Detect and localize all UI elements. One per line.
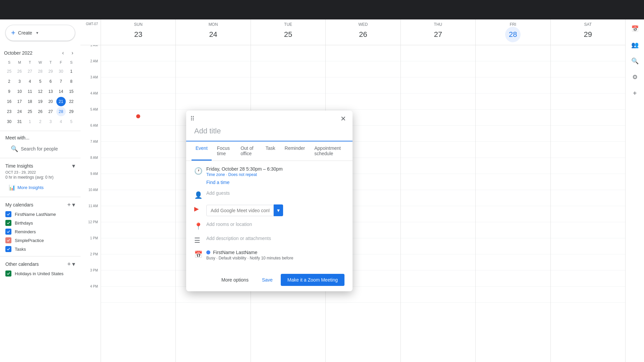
more-insights-button[interactable]: 📊 More Insights [5, 182, 75, 193]
tab-focus-time[interactable]: Focus time [213, 141, 235, 161]
mini-cal-day[interactable]: 6 [46, 77, 55, 86]
calendar-checkbox[interactable] [5, 237, 11, 243]
mini-cal-day[interactable]: 7 [56, 77, 66, 86]
mini-cal-day[interactable]: 9 [4, 87, 14, 96]
calendar-checkbox[interactable] [5, 246, 11, 252]
day-header-sun[interactable]: SUN 23 [101, 19, 175, 45]
mini-cal-day[interactable]: 31 [15, 117, 24, 126]
search-people-row[interactable]: 🔍 Search for people [5, 142, 75, 155]
add-location-placeholder[interactable]: Add rooms or location [206, 222, 344, 227]
mini-cal-next[interactable]: › [68, 49, 76, 57]
mini-cal-day[interactable]: 2 [4, 77, 14, 86]
mini-cal-day[interactable]: 14 [56, 87, 66, 96]
day-header-sat[interactable]: SAT 29 [550, 19, 625, 45]
other-calendars-collapse-button[interactable]: ▾ [72, 260, 75, 268]
find-time-link[interactable]: Find a time [206, 180, 344, 185]
day-number[interactable]: 23 [130, 27, 146, 42]
day-column-fri[interactable] [475, 45, 550, 362]
mini-cal-day[interactable]: 11 [25, 87, 35, 96]
event-indicator-dot[interactable] [136, 114, 140, 118]
other-calendar-item[interactable]: Holidays in United States [5, 269, 75, 278]
tab-event[interactable]: Event [192, 141, 212, 161]
mini-cal-day[interactable]: 15 [67, 87, 76, 96]
my-calendar-item[interactable]: Tasks [5, 245, 75, 253]
mini-cal-day[interactable]: 4 [25, 77, 35, 86]
day-number[interactable]: 27 [430, 27, 446, 42]
mini-cal-day[interactable]: 26 [36, 107, 45, 116]
mini-cal-prev[interactable]: ‹ [59, 49, 67, 57]
mini-cal-day[interactable]: 26 [15, 67, 24, 76]
tab-appointment-schedule[interactable]: Appointment schedule [310, 141, 347, 161]
my-calendar-item[interactable]: Birthdays [5, 219, 75, 227]
mini-cal-day[interactable]: 23 [4, 107, 14, 116]
mini-cal-day[interactable]: 2 [36, 117, 45, 126]
people-right-icon[interactable]: 👥 [628, 38, 642, 52]
calendar-checkbox[interactable] [5, 211, 11, 217]
my-calendar-item[interactable]: Reminders [5, 227, 75, 236]
day-header-wed[interactable]: WED 26 [325, 19, 400, 45]
calendar-selector[interactable]: FirstName LastName [206, 250, 344, 255]
mini-cal-day[interactable]: 25 [25, 107, 35, 116]
mini-cal-day[interactable]: 3 [15, 77, 24, 86]
zoom-meeting-button[interactable]: Make it a Zoom Meeting [281, 274, 344, 286]
mini-cal-day[interactable]: 1 [67, 67, 76, 76]
meet-dropdown-button[interactable]: ▾ [274, 204, 283, 216]
search-right-icon[interactable]: 🔍 [628, 54, 642, 68]
mini-cal-day[interactable]: 13 [46, 87, 55, 96]
add-right-icon[interactable]: + [628, 86, 642, 100]
mini-cal-day[interactable]: 10 [15, 87, 24, 96]
mini-cal-day[interactable]: 8 [67, 77, 76, 86]
more-options-button[interactable]: More options [216, 275, 254, 285]
event-timezone[interactable]: Time zone · Does not repeat [206, 172, 344, 177]
mini-cal-day[interactable]: 5 [67, 117, 76, 126]
day-number[interactable]: 25 [280, 27, 296, 42]
my-calendars-collapse-button[interactable]: ▾ [72, 201, 75, 208]
save-button[interactable]: Save [257, 275, 278, 285]
mini-cal-day[interactable]: 25 [4, 67, 14, 76]
tab-task[interactable]: Task [262, 141, 279, 161]
mini-cal-day[interactable]: 20 [46, 97, 55, 106]
mini-cal-day[interactable]: 28 [36, 67, 45, 76]
meet-input[interactable] [206, 205, 274, 216]
day-number[interactable]: 26 [355, 27, 371, 42]
mini-cal-day[interactable]: 30 [56, 67, 66, 76]
my-calendar-item[interactable]: FirstName LastName [5, 210, 75, 219]
mini-cal-day[interactable]: 17 [15, 97, 24, 106]
mini-cal-day[interactable]: 4 [56, 117, 66, 126]
mini-cal-day[interactable]: 12 [36, 87, 45, 96]
event-datetime[interactable]: Friday, October 28 5:30pm – 6:30pm [206, 166, 344, 172]
day-header-tue[interactable]: TUE 25 [251, 19, 325, 45]
mini-cal-day[interactable]: 3 [46, 117, 55, 126]
tab-reminder[interactable]: Reminder [281, 141, 309, 161]
mini-cal-day[interactable]: 24 [15, 107, 24, 116]
mini-cal-day[interactable]: 27 [25, 67, 35, 76]
mini-cal-day[interactable]: 30 [4, 117, 14, 126]
day-column-thu[interactable] [400, 45, 475, 362]
my-calendar-item[interactable]: SimplePractice [5, 236, 75, 245]
mini-cal-day[interactable]: 1 [25, 117, 35, 126]
add-other-calendar-button[interactable]: + [67, 260, 71, 268]
modal-close-button[interactable]: ✕ [338, 113, 348, 124]
settings-right-icon[interactable]: ⚙ [628, 70, 642, 84]
mini-cal-title[interactable]: October 2022 [4, 50, 33, 56]
tab-out-of-office[interactable]: Out of office [236, 141, 260, 161]
mini-cal-day[interactable]: 21 [56, 97, 66, 106]
add-calendar-button[interactable]: + [67, 201, 71, 208]
day-column-sun[interactable] [101, 45, 175, 362]
calendar-checkbox[interactable] [5, 229, 11, 235]
day-header-fri[interactable]: FRI 28 [475, 19, 550, 45]
mini-cal-day[interactable]: 29 [46, 67, 55, 76]
day-number[interactable]: 24 [206, 27, 221, 42]
day-number[interactable]: 28 [505, 27, 521, 42]
mini-cal-day[interactable]: 27 [46, 107, 55, 116]
mini-cal-day[interactable]: 5 [36, 77, 45, 86]
mini-cal-day[interactable]: 19 [36, 97, 45, 106]
other-calendars-header[interactable]: Other calendars + ▾ [5, 259, 75, 269]
add-guests-placeholder[interactable]: Add guests [206, 190, 344, 196]
mini-cal-day[interactable]: 29 [67, 107, 76, 116]
day-column-sat[interactable] [550, 45, 625, 362]
mini-cal-day[interactable]: 18 [25, 97, 35, 106]
add-description-placeholder[interactable]: Add description or attachments [206, 236, 344, 241]
calendar-checkbox[interactable] [5, 220, 11, 226]
time-insights-header[interactable]: Time Insights ▾ [5, 162, 75, 170]
